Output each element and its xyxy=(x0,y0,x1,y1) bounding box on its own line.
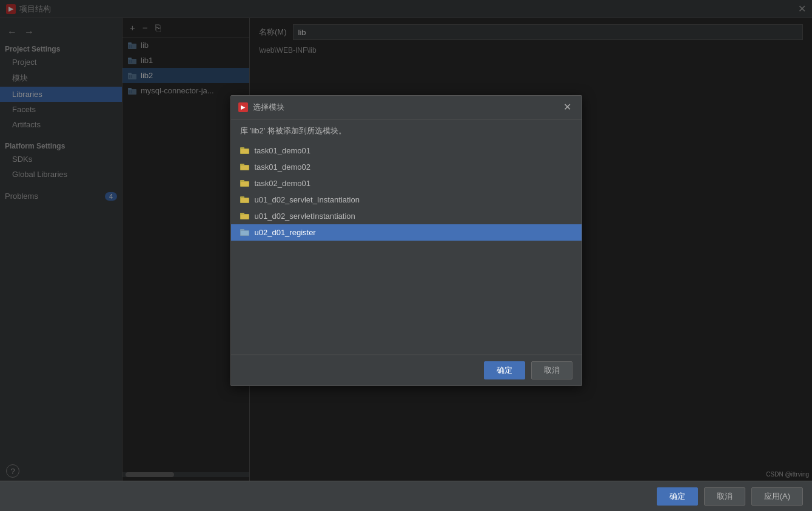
module-item-u01-d02-servletInstantiation[interactable]: u01_d02_servletInstantiation xyxy=(231,208,582,224)
modal-dialog: ▶ 选择模块 ✕ 库 'lib2' 将被添加到所选模块。 task01_demo… xyxy=(230,95,582,386)
svg-rect-18 xyxy=(241,149,249,153)
module-item-label: task01_demo02 xyxy=(255,162,311,172)
folder-icon xyxy=(240,162,250,171)
confirm-button[interactable]: 确定 xyxy=(657,487,698,506)
modal-overlay: ▶ 选择模块 ✕ 库 'lib2' 将被添加到所选模块。 task01_demo… xyxy=(0,0,812,481)
svg-rect-27 xyxy=(241,198,249,202)
svg-rect-32 xyxy=(240,229,244,231)
module-item-u01-d02-servlet-instantiation[interactable]: u01_d02_servlet_Instantiation xyxy=(231,192,582,208)
svg-rect-30 xyxy=(241,215,249,219)
modal-cancel-button[interactable]: 取消 xyxy=(531,361,572,379)
module-item-task01-demo01[interactable]: task01_demo01 xyxy=(231,142,582,159)
folder-icon xyxy=(240,195,250,204)
modal-confirm-button[interactable]: 确定 xyxy=(484,361,525,379)
module-item-task01-demo02[interactable]: task01_demo02 xyxy=(231,159,582,175)
module-item-task02-demo01[interactable]: task02_demo01 xyxy=(231,175,582,192)
module-item-label: u01_d02_servlet_Instantiation xyxy=(255,195,360,204)
modal-title-bar: ▶ 选择模块 ✕ xyxy=(231,96,582,119)
module-item-label: task02_demo01 xyxy=(255,179,311,188)
modal-title: 选择模块 xyxy=(253,102,284,113)
module-item-label: task01_demo01 xyxy=(255,146,311,155)
watermark: CSDN @ittrving xyxy=(766,471,809,478)
module-item-label: u01_d02_servletInstantiation xyxy=(255,212,355,221)
cancel-button[interactable]: 取消 xyxy=(704,487,745,506)
svg-rect-26 xyxy=(240,196,244,198)
modal-subtitle: 库 'lib2' 将被添加到所选模块。 xyxy=(231,119,582,140)
module-item-label: u02_d01_register xyxy=(255,228,316,237)
svg-rect-29 xyxy=(240,213,244,215)
modal-close-button[interactable]: ✕ xyxy=(561,101,574,114)
apply-button[interactable]: 应用(A) xyxy=(751,487,803,506)
svg-rect-23 xyxy=(240,180,244,182)
modal-footer: 确定 取消 xyxy=(231,355,582,386)
folder-icon xyxy=(240,179,250,187)
modal-title-left: ▶ 选择模块 xyxy=(238,102,284,113)
svg-rect-20 xyxy=(240,164,244,165)
svg-rect-17 xyxy=(240,147,244,149)
svg-rect-33 xyxy=(241,231,249,235)
module-item-u02-d01-register[interactable]: u02_d01_register xyxy=(231,224,582,241)
svg-rect-24 xyxy=(241,182,249,186)
modal-module-list: task01_demo01 task01_demo02 xyxy=(231,140,582,355)
folder-icon xyxy=(240,146,250,155)
modal-app-icon: ▶ xyxy=(238,102,248,112)
folder-icon xyxy=(240,228,250,236)
bottom-bar: 确定 取消 应用(A) xyxy=(0,481,812,511)
svg-rect-21 xyxy=(241,165,249,170)
folder-icon xyxy=(240,212,250,220)
